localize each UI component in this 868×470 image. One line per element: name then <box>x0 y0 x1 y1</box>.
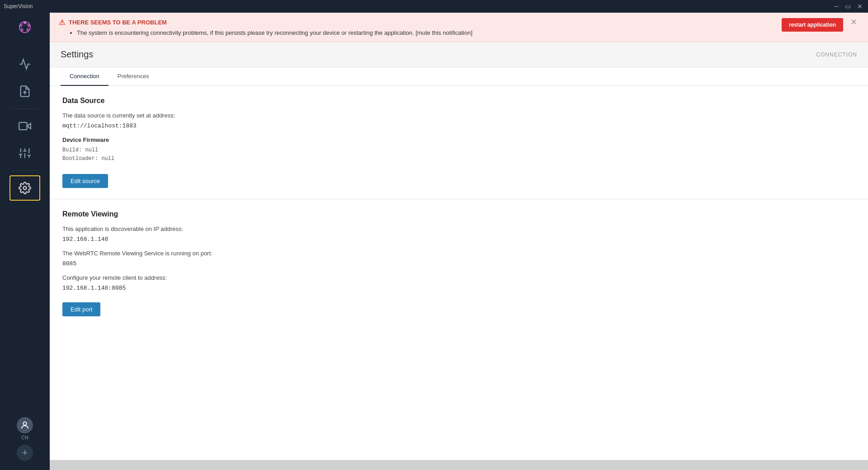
data-source-section: Data Source The data source is currently… <box>50 86 868 199</box>
user-avatar <box>17 417 33 433</box>
sidebar-user[interactable]: CN <box>17 417 33 440</box>
alert-message: The system is encountering connectivity … <box>70 29 472 36</box>
tab-preferences[interactable]: Preferences <box>108 67 158 86</box>
app-logo <box>14 17 36 42</box>
sidebar: CN + <box>0 13 50 470</box>
sidebar-divider-2 <box>11 170 38 171</box>
remote-viewing-section: Remote Viewing This application is disco… <box>50 199 868 327</box>
port-value: 8085 <box>62 260 855 267</box>
alert-actions: restart application ✕ <box>782 18 859 32</box>
sidebar-item-upload[interactable] <box>9 79 40 104</box>
tabs-bar: Connection Preferences <box>50 67 868 86</box>
tab-connection[interactable]: Connection <box>61 67 108 86</box>
client-value: 192.168.1.148:8085 <box>62 285 855 291</box>
restore-button[interactable]: ▭ <box>843 3 853 10</box>
data-source-address: mqtt://localhost:1883 <box>62 122 855 129</box>
settings-panel: Settings CONNECTION Connection Preferenc… <box>50 42 868 460</box>
sidebar-add-button[interactable]: + <box>17 445 33 461</box>
sidebar-item-settings[interactable] <box>9 175 40 201</box>
alert-title: ⚠ THERE SEEMS TO BE A PROBLEM <box>59 18 472 27</box>
data-source-description: The data source is currently set at addr… <box>62 112 855 119</box>
sidebar-item-mixer[interactable] <box>9 141 40 166</box>
firmware-title: Device Firmware <box>62 136 855 143</box>
window-controls: ─ ▭ ✕ <box>832 3 864 10</box>
user-label: CN <box>21 435 28 440</box>
sidebar-divider-1 <box>11 108 38 109</box>
content-area: ⚠ THERE SEEMS TO BE A PROBLEM The system… <box>50 13 868 470</box>
breadcrumb: CONNECTION <box>816 52 857 58</box>
settings-content: Data Source The data source is currently… <box>50 86 868 460</box>
page-title: Settings <box>61 49 93 60</box>
restart-button[interactable]: restart application <box>782 18 843 32</box>
firmware-group: Device Firmware Build: null Bootloader: … <box>62 136 855 163</box>
alert-close-button[interactable]: ✕ <box>849 18 859 26</box>
titlebar: SuperVision ─ ▭ ✕ <box>0 0 868 13</box>
ip-value: 192.168.1.148 <box>62 236 855 243</box>
port-label: The WebRTC Remote Viewing Service is run… <box>62 250 855 257</box>
sidebar-item-analytics[interactable] <box>9 52 40 77</box>
client-label: Configure your remote client to address: <box>62 274 855 281</box>
firmware-bootloader: Bootloader: null <box>62 155 855 163</box>
svg-rect-12 <box>19 122 27 130</box>
remote-viewing-title: Remote Viewing <box>62 210 855 218</box>
alert-content: ⚠ THERE SEEMS TO BE A PROBLEM The system… <box>59 18 472 36</box>
svg-point-23 <box>23 422 26 425</box>
data-source-title: Data Source <box>62 97 855 105</box>
close-button[interactable]: ✕ <box>855 3 864 10</box>
minimize-button[interactable]: ─ <box>832 3 840 10</box>
status-bar <box>50 460 868 470</box>
app-title: SuperVision <box>4 3 33 9</box>
edit-port-button[interactable]: Edit port <box>62 302 100 316</box>
svg-point-22 <box>24 187 27 190</box>
sidebar-nav <box>0 51 50 202</box>
warning-icon: ⚠ <box>59 18 65 27</box>
firmware-build: Build: null <box>62 146 855 155</box>
edit-source-button[interactable]: Edit source <box>62 174 108 188</box>
ip-label: This application is discoverable on IP a… <box>62 226 855 232</box>
alert-banner: ⚠ THERE SEEMS TO BE A PROBLEM The system… <box>50 13 868 42</box>
settings-header: Settings CONNECTION <box>50 42 868 67</box>
sidebar-item-camera[interactable] <box>9 113 40 139</box>
app-body: CN + ⚠ THERE SEEMS TO BE A PROBLEM The s… <box>0 13 868 470</box>
